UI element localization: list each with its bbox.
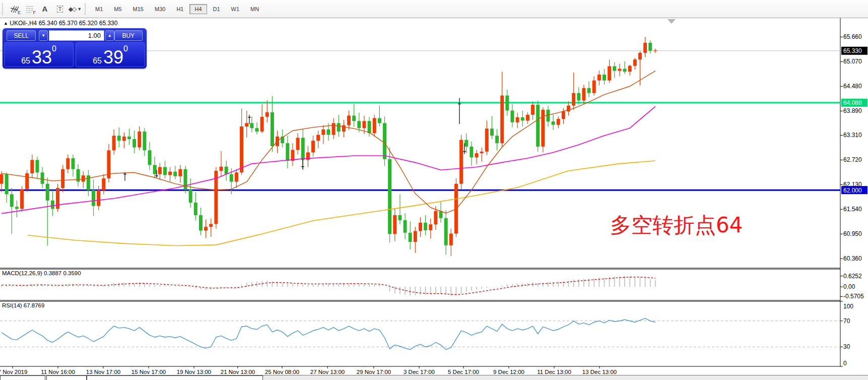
sell-price-main: 33 [32, 50, 52, 65]
time-label: 11 Nov 16:00 [41, 369, 75, 375]
time-label: 15 Nov 17:00 [131, 369, 166, 375]
svg-text:-0.5705: -0.5705 [843, 293, 864, 300]
chart-tab-stub[interactable] [87, 375, 263, 380]
time-label: 5 Dec 17:00 [448, 369, 479, 375]
chart-tabs-strip [0, 375, 868, 380]
svg-text:64.088: 64.088 [843, 99, 862, 106]
rsi-label: RSI(14) 67.8769 [2, 302, 44, 308]
sell-price-display[interactable]: 65 33 0 [4, 42, 74, 67]
svg-text:100: 100 [843, 303, 853, 310]
time-label: 27 Nov 13:00 [310, 369, 345, 375]
svg-text:60.950: 60.950 [843, 230, 862, 237]
time-label: 11 Dec 13:00 [537, 369, 571, 375]
svg-text:65.070: 65.070 [843, 58, 862, 65]
buy-price-pip: 0 [123, 45, 128, 53]
time-label: 9 Dec 12:00 [493, 369, 524, 375]
time-label: 29 Nov 17:00 [357, 369, 391, 375]
svg-text:0: 0 [843, 360, 847, 367]
svg-text:62.720: 62.720 [843, 156, 862, 163]
time-label: 7 Nov 2019 [0, 369, 27, 375]
svg-text:70: 70 [843, 318, 850, 325]
time-label: 19 Nov 13:00 [177, 369, 211, 375]
svg-text:65.660: 65.660 [843, 33, 862, 40]
time-label: 25 Nov 08:00 [265, 369, 299, 375]
svg-text:0.6252: 0.6252 [843, 273, 862, 280]
svg-text:0.00: 0.00 [843, 283, 855, 290]
volume-increase-button[interactable]: ▲ [105, 30, 114, 41]
one-click-trade-panel: SELL ▼ ▲ BUY 65 33 0 65 39 0 [3, 28, 147, 69]
quote-line: ▲ UKOil-,H4 65.340 65.370 65.320 65.330 [4, 20, 117, 27]
svg-text:30: 30 [843, 343, 850, 350]
svg-text:64.480: 64.480 [843, 83, 862, 90]
buy-price-main: 39 [103, 50, 123, 65]
volume-decrease-button[interactable]: ▼ [39, 30, 48, 41]
time-label: 21 Nov 13:00 [221, 369, 255, 375]
chart-annotation-text: 多空转折点64 [610, 215, 743, 236]
svg-text:63.310: 63.310 [843, 132, 862, 139]
sell-price-prefix: 65 [21, 57, 30, 65]
ohlc-values: 65.340 65.370 65.320 65.330 [39, 20, 118, 27]
direction-up-icon: ▲ [4, 21, 8, 26]
macd-label: MACD(12,26,9) 0.3887 0.3590 [2, 270, 81, 276]
sell-price-pip: 0 [52, 45, 56, 53]
chart-tab-stub[interactable] [0, 375, 45, 380]
volume-input[interactable] [49, 30, 104, 41]
buy-button[interactable]: BUY [114, 30, 143, 41]
svg-text:63.890: 63.890 [843, 107, 862, 114]
time-label: 3 Dec 17:00 [404, 369, 435, 375]
svg-text:62.000: 62.000 [843, 187, 862, 194]
buy-price-display[interactable]: 65 39 0 [76, 42, 145, 67]
symbol-label: UKOil-,H4 [10, 20, 37, 27]
svg-text:61.540: 61.540 [843, 206, 862, 213]
svg-text:60.360: 60.360 [843, 255, 862, 262]
trading-terminal-window: EFAT◆◇▼ M1M5M15M30H1H4D1W1MN ▲ UKOil-,H4… [0, 0, 868, 380]
svg-text:65.330: 65.330 [843, 47, 862, 54]
time-label: 13 Dec 13:00 [582, 369, 617, 375]
sell-button[interactable]: SELL [7, 30, 36, 41]
buy-price-prefix: 65 [93, 57, 102, 65]
time-label: 13 Nov 17:00 [86, 369, 120, 375]
chart-tab-stub[interactable] [46, 375, 87, 380]
